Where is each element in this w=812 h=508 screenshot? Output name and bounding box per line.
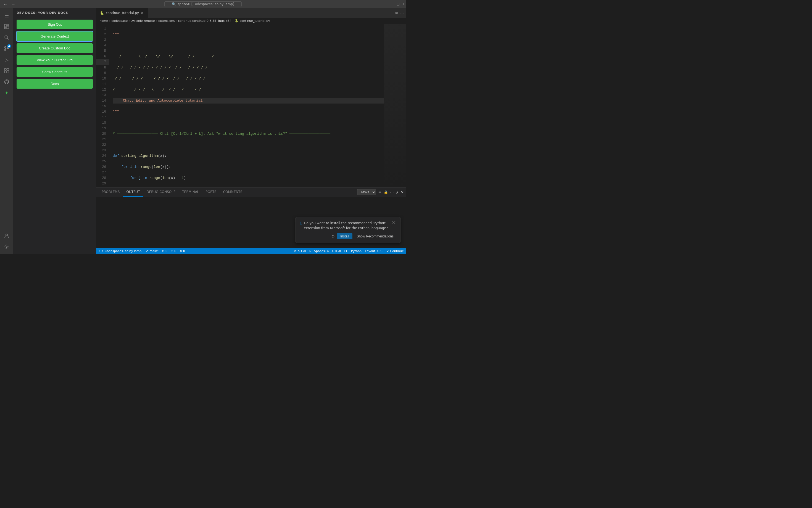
svg-line-5 (7, 38, 8, 40)
panel-clear-icon[interactable]: ≡ (378, 190, 381, 195)
tab-debug-console[interactable]: DEBUG CONSOLE (143, 187, 179, 197)
breadcrumb-extensions[interactable]: extensions (158, 19, 174, 23)
sidebar-title: DEV-DOCS: YOUR DEV-DOCS (13, 8, 96, 17)
tab-icon: 🐍 (100, 11, 104, 15)
search-bar[interactable]: 🔍 spriteAI [Codespaces: shiny lamp] (164, 1, 242, 7)
codespaces-label: ⚡ Codespaces: shiny lamp (102, 249, 142, 253)
github-icon[interactable] (2, 77, 12, 87)
more-actions-icon[interactable]: ⋯ (400, 11, 404, 15)
svg-rect-2 (7, 26, 9, 29)
nav-forward-button[interactable]: → (10, 2, 16, 7)
code-content[interactable]: """ ________ ____ ____ ________ ________… (109, 24, 384, 187)
code-editor[interactable]: 12345 678910 1112131415 1617181920 21222… (96, 24, 406, 187)
search-icon[interactable] (2, 33, 12, 43)
svg-rect-11 (4, 71, 6, 73)
tab-close-icon[interactable]: ✕ (140, 11, 144, 15)
docs-button[interactable]: Docs (16, 79, 93, 89)
account-icon[interactable] (2, 231, 12, 241)
tab-problems[interactable]: PROBLEMS (98, 187, 123, 197)
panel-lock-icon[interactable]: 🔒 (383, 190, 388, 195)
svg-rect-3 (4, 27, 6, 29)
tab-terminal[interactable]: TERMINAL (179, 187, 202, 197)
status-bar: ⚡ ⚡ Codespaces: shiny lamp ⎇ main* ⊙ 0 ⚠… (96, 248, 406, 254)
search-icon: 🔍 (172, 2, 176, 6)
show-shortcuts-button[interactable]: Show Shortcuts (16, 67, 93, 77)
titlebar: ← → 🔍 spriteAI [Codespaces: shiny lamp] … (0, 0, 406, 8)
install-button[interactable]: Install (337, 233, 352, 239)
notification-close-icon[interactable] (392, 221, 396, 225)
breadcrumb-vscode-remote[interactable]: .vscode-remote (131, 19, 155, 23)
tab-bar: 🐍 continue_tutorial.py ✕ ⊞ ⋯ (96, 8, 406, 18)
sign-out-button[interactable]: Sign Out (16, 19, 93, 29)
settings-icon[interactable] (2, 242, 12, 252)
breadcrumb-file: 🐍 continue_tutorial.py (235, 19, 270, 23)
status-right: Ln 7, Col 16 Spaces: 4 UTF-8 LF Python (292, 249, 404, 253)
generate-context-button[interactable]: Generate Context (16, 32, 93, 41)
tab-ports[interactable]: PORTS (202, 187, 220, 197)
sprite-icon[interactable]: ✦ (2, 88, 12, 98)
spaces-status[interactable]: Spaces: 4 (314, 249, 329, 253)
svg-rect-0 (4, 24, 6, 27)
source-control-icon[interactable]: 4 (2, 44, 12, 53)
panel-up-icon[interactable]: ∧ (396, 190, 399, 195)
nav-back-button[interactable]: ← (2, 2, 9, 7)
cursor-position[interactable]: Ln 7, Col 16 (292, 249, 311, 253)
window-controls: ▢ ☐ (397, 2, 404, 6)
continue-status[interactable]: ✓ Continue (387, 249, 404, 253)
extensions-icon[interactable] (2, 66, 12, 76)
svg-rect-1 (7, 24, 9, 26)
svg-rect-9 (4, 69, 6, 71)
tab-label: continue_tutorial.py (106, 11, 139, 15)
breadcrumb-continue[interactable]: continue.continue-0.8.55-linux-x64 (178, 19, 232, 23)
language-status[interactable]: Python (351, 249, 362, 253)
panel-task-select[interactable]: Tasks (357, 189, 376, 195)
svg-point-14 (6, 246, 7, 248)
layout-status[interactable]: Layout: U.S. (365, 249, 383, 253)
minimap (384, 24, 406, 187)
notification: ℹ Do you want to install the recommended… (295, 217, 401, 243)
status-left: ⚡ ⚡ Codespaces: shiny lamp ⎇ main* ⊙ 0 ⚠… (98, 249, 185, 253)
branch-icon: ⎇ (145, 249, 149, 253)
notification-actions: ⚙ Install Show Recommendations (300, 233, 396, 239)
sync-status[interactable]: ⊙ 0 (162, 249, 167, 253)
create-custom-doc-button[interactable]: Create Custom Doc (16, 43, 93, 53)
notification-header: ℹ Do you want to install the recommended… (300, 221, 396, 230)
menu-icon[interactable]: ☰ (2, 10, 12, 20)
encoding-status[interactable]: UTF-8 (332, 249, 341, 253)
sidebar-buttons: Sign Out Generate Context Create Custom … (13, 17, 96, 91)
panel-right-controls: Tasks ≡ 🔒 ⋯ ∧ ✕ (357, 189, 404, 195)
breadcrumb: home › codespace › .vscode-remote › exte… (96, 18, 406, 24)
codespaces-icon: ⚡ (98, 249, 100, 253)
notification-gear-icon[interactable]: ⚙ (331, 234, 335, 239)
view-org-button[interactable]: View Your Current Org (16, 55, 93, 65)
warnings-status[interactable]: ⚠ 0 (171, 249, 176, 253)
tab-output[interactable]: OUTPUT (123, 187, 143, 197)
codespaces-status[interactable]: ⚡ ⚡ Codespaces: shiny lamp (98, 249, 142, 253)
branch-status[interactable]: ⎇ main* (145, 249, 159, 253)
breadcrumb-home[interactable]: home (99, 19, 108, 23)
breadcrumb-codespace[interactable]: codespace (112, 19, 128, 23)
split-editor-icon[interactable]: ⊞ (395, 11, 398, 15)
notification-text: Do you want to install the recommended '… (304, 221, 390, 230)
run-icon[interactable]: ▷ (2, 55, 12, 65)
source-control-badge: 4 (7, 44, 11, 48)
sidebar: DEV-DOCS: YOUR DEV-DOCS Sign Out Generat… (13, 8, 96, 254)
panel-tabs: PROBLEMS OUTPUT DEBUG CONSOLE TERMINAL P… (96, 187, 406, 197)
svg-rect-12 (7, 71, 9, 73)
panel-more-icon[interactable]: ⋯ (390, 190, 394, 195)
search-text: spriteAI [Codespaces: shiny lamp] (177, 2, 234, 6)
info-icon: ℹ (300, 221, 301, 225)
svg-point-4 (5, 36, 7, 38)
panel-close-icon[interactable]: ✕ (401, 190, 404, 195)
tab-continue-tutorial[interactable]: 🐍 continue_tutorial.py ✕ (96, 8, 148, 18)
eol-status[interactable]: LF (344, 249, 348, 253)
svg-rect-10 (7, 69, 9, 71)
svg-point-7 (5, 49, 6, 51)
errors-status[interactable]: ✕ 0 (179, 249, 185, 253)
tab-comments[interactable]: COMMENTS (220, 187, 246, 197)
tab-right-controls: ⊞ ⋯ (393, 11, 406, 15)
svg-point-6 (5, 47, 6, 48)
explorer-icon[interactable] (2, 22, 12, 32)
branch-label: main* (150, 249, 159, 253)
show-recommendations-button[interactable]: Show Recommendations (355, 233, 396, 239)
